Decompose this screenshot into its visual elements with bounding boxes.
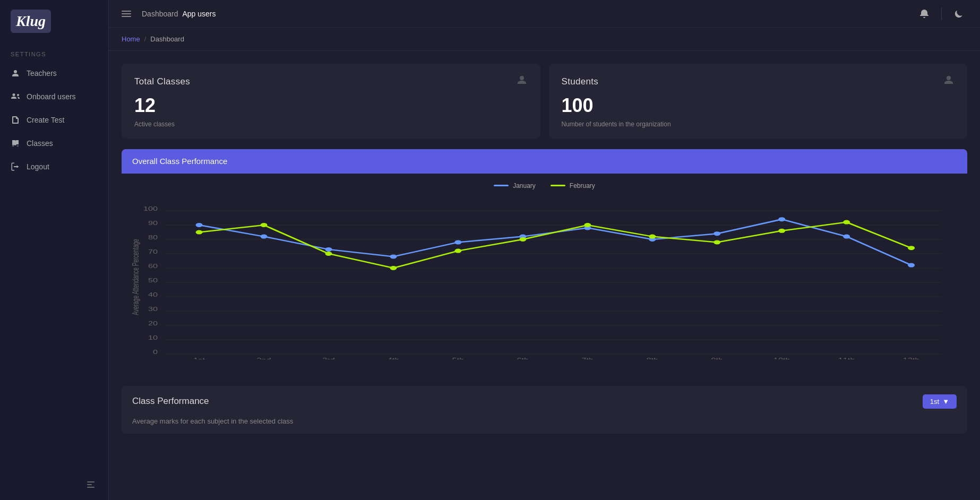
header-nav: Dashboard App users bbox=[142, 10, 216, 18]
legend-january-line bbox=[494, 185, 509, 186]
stats-row: Total Classes 12 Active classes Students bbox=[122, 64, 967, 139]
header-divider bbox=[941, 7, 942, 20]
students-value: 100 bbox=[562, 95, 955, 116]
chart-title: Overall Class Performance bbox=[132, 157, 227, 166]
performance-subtitle: Average marks for each subject in the se… bbox=[122, 417, 967, 434]
exit-icon bbox=[11, 162, 20, 171]
stat-card-header-students: Students bbox=[562, 74, 955, 89]
jan-dot-10 bbox=[778, 217, 785, 221]
total-classes-card: Total Classes 12 Active classes bbox=[122, 64, 540, 139]
feb-dot-11 bbox=[843, 220, 850, 224]
sidebar-item-onboard-label: Onboard users bbox=[27, 92, 76, 101]
sidebar-item-create-test-label: Create Test bbox=[27, 116, 64, 124]
breadcrumb-sep: / bbox=[144, 35, 147, 43]
jan-dot-11 bbox=[843, 234, 850, 238]
svg-text:4th: 4th bbox=[388, 357, 400, 359]
sidebar-item-logout[interactable]: Logout bbox=[0, 155, 108, 178]
sidebar-item-teachers[interactable]: Teachers bbox=[0, 62, 108, 85]
theme-toggle-icon[interactable] bbox=[950, 5, 967, 22]
page-content: Total Classes 12 Active classes Students bbox=[109, 51, 980, 500]
total-classes-value: 12 bbox=[134, 95, 528, 116]
jan-dot-2 bbox=[261, 234, 268, 238]
legend-february-label: February bbox=[570, 182, 595, 189]
jan-dot-4 bbox=[390, 254, 397, 258]
jan-dot-1 bbox=[196, 223, 203, 227]
feb-dot-10 bbox=[778, 228, 785, 232]
breadcrumb: Home / Dashboard bbox=[109, 28, 980, 51]
header-right bbox=[916, 5, 967, 22]
svg-text:11th: 11th bbox=[838, 357, 855, 359]
legend-january: January bbox=[494, 182, 536, 189]
doc-icon bbox=[11, 115, 20, 125]
feb-dot-2 bbox=[261, 223, 268, 227]
person-icon bbox=[11, 68, 20, 78]
performance-title: Class Performance bbox=[132, 396, 209, 407]
svg-text:9th: 9th bbox=[711, 357, 723, 359]
svg-text:20: 20 bbox=[148, 321, 158, 326]
svg-text:80: 80 bbox=[148, 235, 158, 240]
sidebar-item-create-test[interactable]: Create Test bbox=[0, 108, 108, 132]
class-dropdown-button[interactable]: 1st ▼ bbox=[923, 394, 957, 409]
sidebar-item-onboard[interactable]: Onboard users bbox=[0, 85, 108, 108]
students-label: Number of students in the organization bbox=[562, 120, 955, 128]
jan-dot-12 bbox=[908, 263, 915, 267]
sidebar-item-classes[interactable]: Classes bbox=[0, 132, 108, 155]
svg-text:12th: 12th bbox=[903, 357, 920, 359]
feb-dot-8 bbox=[649, 234, 656, 238]
svg-text:60: 60 bbox=[148, 263, 158, 269]
sidebar: Klug SETTINGS Teachers Onboard users bbox=[0, 0, 109, 500]
students-title: Students bbox=[562, 76, 599, 87]
class-performance-section: Class Performance 1st ▼ Average marks fo… bbox=[122, 386, 967, 434]
sidebar-item-logout-label: Logout bbox=[27, 162, 49, 171]
overall-performance-section: Overall Class Performance January Februa… bbox=[122, 149, 967, 375]
total-classes-title: Total Classes bbox=[134, 76, 190, 87]
svg-text:70: 70 bbox=[148, 249, 158, 255]
sidebar-nav: Teachers Onboard users Create Test bbox=[0, 62, 108, 469]
menu-icon[interactable] bbox=[122, 11, 131, 17]
group-icon bbox=[11, 92, 20, 101]
students-card: Students 100 Number of students in the o… bbox=[549, 64, 968, 139]
svg-rect-1 bbox=[87, 484, 92, 485]
legend-february: February bbox=[551, 182, 595, 189]
logo-text: Klug bbox=[16, 14, 46, 29]
stat-card-header-classes: Total Classes bbox=[134, 74, 528, 89]
svg-text:Average Attendance Percentage: Average Attendance Percentage bbox=[131, 239, 141, 315]
header-app-users-label: App users bbox=[183, 10, 216, 18]
svg-text:90: 90 bbox=[148, 220, 158, 226]
svg-text:40: 40 bbox=[148, 292, 158, 298]
total-classes-label: Active classes bbox=[134, 120, 528, 128]
chart-legend: January February bbox=[130, 182, 959, 189]
svg-text:0: 0 bbox=[153, 349, 158, 355]
feb-dot-6 bbox=[519, 237, 526, 242]
svg-text:10th: 10th bbox=[773, 357, 790, 359]
svg-text:100: 100 bbox=[143, 206, 158, 212]
feb-dot-4 bbox=[390, 266, 397, 270]
feb-dot-3 bbox=[325, 252, 332, 256]
header-dashboard-label: Dashboard bbox=[142, 10, 178, 18]
performance-header: Class Performance 1st ▼ bbox=[122, 386, 967, 417]
breadcrumb-current: Dashboard bbox=[150, 35, 184, 43]
collapse-sidebar-button[interactable] bbox=[84, 478, 98, 492]
logo-box: Klug bbox=[11, 10, 51, 33]
chart-header: Overall Class Performance bbox=[122, 149, 967, 174]
svg-text:10: 10 bbox=[148, 335, 158, 341]
svg-rect-2 bbox=[87, 487, 94, 488]
legend-january-label: January bbox=[513, 182, 536, 189]
breadcrumb-home-link[interactable]: Home bbox=[122, 35, 140, 43]
svg-text:1st: 1st bbox=[193, 357, 205, 359]
feb-dot-1 bbox=[196, 230, 203, 234]
notification-icon[interactable] bbox=[916, 5, 933, 22]
svg-text:2nd: 2nd bbox=[256, 357, 271, 359]
svg-text:6th: 6th bbox=[517, 357, 529, 359]
logo-container: Klug bbox=[0, 0, 108, 42]
svg-text:7th: 7th bbox=[582, 357, 594, 359]
feb-dot-9 bbox=[713, 240, 720, 244]
students-person-icon bbox=[943, 74, 955, 89]
svg-text:50: 50 bbox=[148, 278, 158, 283]
dropdown-chevron-icon: ▼ bbox=[942, 398, 949, 406]
jan-dot-3 bbox=[325, 247, 332, 251]
svg-text:3rd: 3rd bbox=[322, 357, 334, 359]
feb-dot-12 bbox=[908, 246, 915, 250]
y-axis: 0 10 20 30 40 50 60 70 80 90 100 bbox=[143, 206, 942, 355]
january-line bbox=[199, 219, 911, 265]
